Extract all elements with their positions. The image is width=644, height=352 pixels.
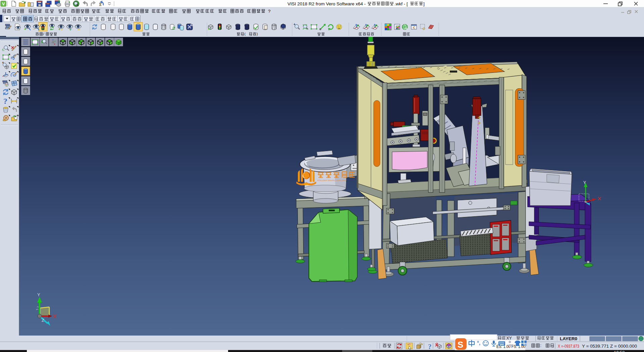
svg-text:Y: Y [37, 292, 40, 297]
svg-text:Y: Y [583, 180, 586, 185]
svg-text:Z: Z [42, 318, 44, 323]
